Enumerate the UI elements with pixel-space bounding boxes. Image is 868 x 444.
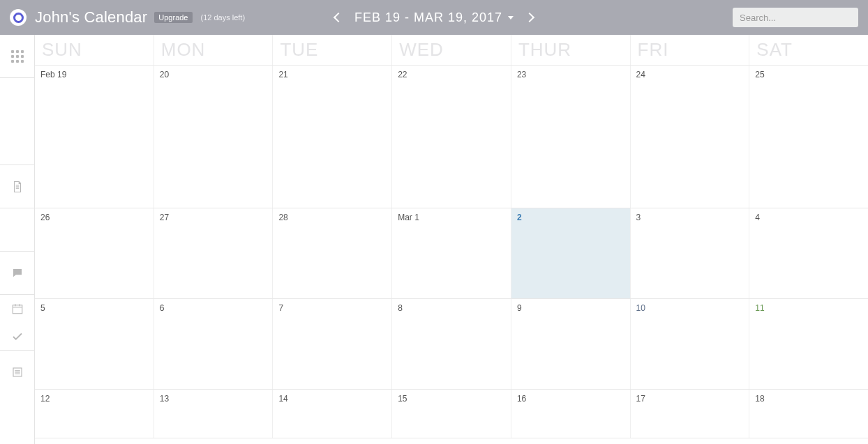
- cell-date-label: Feb 19: [40, 70, 66, 79]
- cell-date-label: 9: [517, 303, 522, 313]
- cell-date-label: 6: [160, 303, 165, 313]
- calendar-cell[interactable]: 26: [35, 208, 154, 298]
- calendar-cell[interactable]: Feb 19: [35, 66, 154, 208]
- cell-date-label: 7: [278, 303, 283, 313]
- next-range-button[interactable]: [525, 13, 534, 22]
- day-headers: SUNMONTUEWEDTHURFRISAT: [35, 35, 868, 66]
- calendar-cell[interactable]: 3: [631, 208, 750, 298]
- calendar-week: Feb 19202122232425: [35, 66, 868, 208]
- date-range-dropdown[interactable]: FEB 19 - MAR 19, 2017: [354, 10, 514, 25]
- calendar-week: 262728Mar 1234: [35, 208, 868, 299]
- calendar-cell[interactable]: 13: [154, 390, 274, 438]
- calendar-cell[interactable]: 12: [35, 390, 154, 438]
- day-header: THUR: [511, 35, 631, 65]
- list-icon: [11, 366, 24, 378]
- cell-date-label: 11: [755, 303, 764, 313]
- day-header: SUN: [35, 35, 154, 65]
- upgrade-button[interactable]: Upgrade: [154, 12, 192, 23]
- calendar-cell[interactable]: 7: [273, 299, 392, 389]
- cell-date-label: 25: [755, 70, 764, 79]
- cell-date-label: 17: [636, 394, 645, 404]
- caret-down-icon: [508, 16, 514, 20]
- top-bar: John's Calendar Upgrade (12 days left) F…: [0, 0, 868, 35]
- calendar-cell[interactable]: 11: [749, 299, 868, 389]
- chat-icon: [11, 267, 24, 280]
- calendar-cell[interactable]: 10: [631, 299, 750, 389]
- calendar-cell[interactable]: 23: [511, 66, 631, 208]
- sidebar-spacer-1: [0, 78, 34, 165]
- calendar-cell[interactable]: 20: [154, 66, 274, 208]
- day-header: MON: [154, 35, 274, 65]
- trial-days-left: (12 days left): [201, 13, 246, 22]
- cell-date-label: 10: [636, 303, 645, 313]
- cell-date-label: 3: [636, 213, 641, 222]
- calendar-cell[interactable]: 6: [154, 299, 274, 389]
- prev-range-button[interactable]: [334, 13, 343, 22]
- calendar-cell[interactable]: Mar 1: [392, 208, 511, 298]
- cell-date-label: 8: [398, 303, 403, 313]
- calendar-cell[interactable]: 5: [35, 299, 154, 389]
- calendar-cell[interactable]: 9: [511, 299, 631, 389]
- day-header: TUE: [273, 35, 392, 65]
- grid-icon: [11, 50, 24, 63]
- day-header: FRI: [631, 35, 750, 65]
- calendar-cell[interactable]: 14: [273, 390, 392, 438]
- sidebar-comments-button[interactable]: [0, 252, 34, 295]
- day-header: SAT: [749, 35, 868, 65]
- cell-date-label: 5: [40, 303, 45, 313]
- cell-date-label: 12: [40, 394, 50, 404]
- calendar-cell[interactable]: 18: [749, 390, 868, 438]
- check-icon: [11, 330, 24, 343]
- calendar-week: 12131415161718: [35, 390, 868, 438]
- day-header: WED: [392, 35, 511, 65]
- search-box: [733, 8, 858, 27]
- calendar-icon: [11, 303, 24, 315]
- calendar-cell[interactable]: 22: [392, 66, 511, 208]
- calendar-cell[interactable]: 4: [749, 208, 868, 298]
- cell-date-label: 18: [755, 394, 764, 404]
- calendar-grid: Feb 19202122232425262728Mar 123456789101…: [35, 66, 868, 444]
- logo-inner-circle: [13, 13, 24, 23]
- app-logo[interactable]: [10, 9, 27, 26]
- sidebar-list-button[interactable]: [0, 351, 34, 394]
- date-range-label: FEB 19 - MAR 19, 2017: [354, 10, 502, 25]
- calendar-main: SUNMONTUEWEDTHURFRISAT Feb 1920212223242…: [35, 35, 868, 444]
- sidebar-spacer-2: [0, 208, 34, 252]
- sidebar-calendar-button[interactable]: [0, 295, 34, 323]
- cell-date-label: 23: [517, 70, 526, 79]
- sidebar-apps-button[interactable]: [0, 35, 34, 78]
- calendar-cell[interactable]: 24: [631, 66, 750, 208]
- document-icon: [11, 181, 24, 193]
- sidebar-notes-button[interactable]: [0, 165, 34, 208]
- cell-date-label: 4: [755, 213, 760, 222]
- calendar-week: 567891011: [35, 299, 868, 390]
- cell-date-label: 15: [398, 394, 407, 404]
- calendar-cell[interactable]: 27: [154, 208, 274, 298]
- cell-date-label: 14: [278, 394, 287, 404]
- sidebar: [0, 35, 35, 444]
- calendar-cell[interactable]: 15: [392, 390, 511, 438]
- cell-date-label: 26: [40, 213, 50, 222]
- cell-date-label: 24: [636, 70, 645, 79]
- cell-date-label: 27: [160, 213, 169, 222]
- calendar-cell[interactable]: 17: [631, 390, 750, 438]
- cell-date-label: Mar 1: [398, 213, 419, 222]
- calendar-cell[interactable]: 2: [511, 208, 631, 298]
- calendar-cell[interactable]: 28: [273, 208, 392, 298]
- calendar-title: John's Calendar: [35, 8, 147, 26]
- cell-date-label: 2: [517, 213, 522, 222]
- cell-date-label: 20: [160, 70, 169, 79]
- cell-date-label: 16: [517, 394, 526, 404]
- svg-rect-3: [13, 305, 22, 314]
- cell-date-label: 21: [278, 70, 287, 79]
- date-navigator: FEB 19 - MAR 19, 2017: [335, 10, 533, 25]
- search-input[interactable]: [733, 8, 858, 27]
- calendar-cell[interactable]: 8: [392, 299, 511, 389]
- sidebar-tasks-button[interactable]: [0, 323, 34, 351]
- calendar-cell[interactable]: 25: [749, 66, 868, 208]
- cell-date-label: 28: [278, 213, 287, 222]
- calendar-cell[interactable]: 16: [511, 390, 631, 438]
- cell-date-label: 13: [160, 394, 169, 404]
- calendar-cell[interactable]: 21: [273, 66, 392, 208]
- cell-date-label: 22: [398, 70, 407, 79]
